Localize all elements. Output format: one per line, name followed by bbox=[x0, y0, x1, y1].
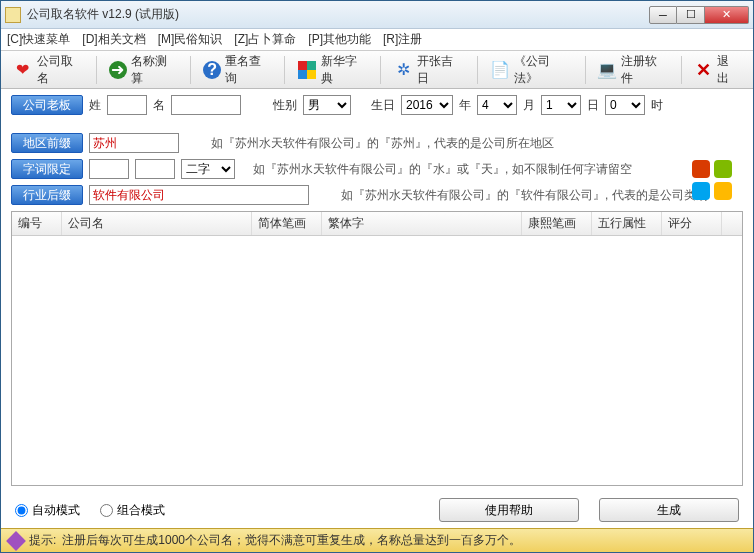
tb-name-calc[interactable]: ➜名称测算 bbox=[103, 51, 184, 89]
menubar: [C]快速菜单 [D]相关文档 [M]民俗知识 [Z]占卜算命 [P]其他功能 … bbox=[1, 29, 753, 51]
computer-icon: 💻 bbox=[597, 60, 617, 80]
region-button[interactable]: 地区前缀 bbox=[11, 133, 83, 153]
svg-rect-6 bbox=[692, 182, 710, 200]
tb-law[interactable]: 📄《公司法》 bbox=[484, 51, 579, 89]
menu-quick[interactable]: [C]快速菜单 bbox=[7, 31, 70, 48]
close-button[interactable]: ✕ bbox=[705, 6, 749, 24]
hour-select[interactable]: 0 bbox=[605, 95, 645, 115]
gender-label: 性别 bbox=[273, 97, 297, 114]
tb-exit[interactable]: ✕退出 bbox=[688, 51, 747, 89]
limit-select[interactable]: 二字 bbox=[181, 159, 235, 179]
svg-rect-5 bbox=[714, 160, 732, 178]
region-hint: 如『苏州水天软件有限公司』的『苏州』, 代表的是公司所在地区 bbox=[211, 135, 554, 152]
boss-button[interactable]: 公司老板 bbox=[11, 95, 83, 115]
menu-other[interactable]: [P]其他功能 bbox=[308, 31, 371, 48]
suffix-input[interactable] bbox=[89, 185, 309, 205]
surname-input[interactable] bbox=[107, 95, 147, 115]
given-input[interactable] bbox=[171, 95, 241, 115]
status-label: 提示: bbox=[29, 532, 56, 549]
mode-auto[interactable]: 自动模式 bbox=[15, 502, 80, 519]
svg-rect-0 bbox=[298, 61, 307, 70]
svg-rect-1 bbox=[307, 61, 316, 70]
star-icon: ✲ bbox=[393, 60, 413, 80]
diamond-icon bbox=[6, 531, 26, 551]
tb-dictionary[interactable]: 新华字典 bbox=[291, 51, 374, 89]
suffix-hint: 如『苏州水天软件有限公司』的『软件有限公司』, 代表的是公司类别 bbox=[341, 187, 708, 204]
titlebar: 公司取名软件 v12.9 (试用版) ─ ☐ ✕ bbox=[1, 1, 753, 29]
menu-register[interactable]: [R]注册 bbox=[383, 31, 422, 48]
window-title: 公司取名软件 v12.9 (试用版) bbox=[27, 6, 649, 23]
col-score[interactable]: 评分 bbox=[662, 212, 722, 235]
limit2-input[interactable] bbox=[135, 159, 175, 179]
result-table: 编号 公司名 简体笔画 繁体字 康熙笔画 五行属性 评分 bbox=[11, 211, 743, 486]
given-label: 名 bbox=[153, 97, 165, 114]
mode-combo[interactable]: 组合模式 bbox=[100, 502, 165, 519]
svg-rect-2 bbox=[298, 70, 307, 79]
tb-register[interactable]: 💻注册软件 bbox=[591, 51, 674, 89]
col-kangxi[interactable]: 康熙笔画 bbox=[522, 212, 592, 235]
gender-select[interactable]: 男 bbox=[303, 95, 351, 115]
table-body bbox=[12, 236, 742, 485]
question-icon: ? bbox=[203, 61, 221, 79]
office-icon bbox=[688, 156, 736, 204]
menu-divination[interactable]: [Z]占卜算命 bbox=[234, 31, 296, 48]
flag-icon bbox=[297, 60, 317, 80]
col-id[interactable]: 编号 bbox=[12, 212, 62, 235]
region-input[interactable] bbox=[89, 133, 179, 153]
x-icon: ✕ bbox=[694, 60, 714, 80]
col-simp[interactable]: 简体笔画 bbox=[252, 212, 322, 235]
day-select[interactable]: 1 bbox=[541, 95, 581, 115]
heart-icon: ❤ bbox=[13, 60, 33, 80]
svg-rect-4 bbox=[692, 160, 710, 178]
maximize-button[interactable]: ☐ bbox=[677, 6, 705, 24]
minimize-button[interactable]: ─ bbox=[649, 6, 677, 24]
toolbar: ❤公司取名 ➜名称测算 ?重名查询 新华字典 ✲开张吉日 📄《公司法》 💻注册软… bbox=[1, 51, 753, 89]
table-header: 编号 公司名 简体笔画 繁体字 康熙笔画 五行属性 评分 bbox=[12, 212, 742, 236]
tb-auspicious[interactable]: ✲开张吉日 bbox=[387, 51, 470, 89]
menu-folk[interactable]: [M]民俗知识 bbox=[158, 31, 223, 48]
help-button[interactable]: 使用帮助 bbox=[439, 498, 579, 522]
limit-button[interactable]: 字词限定 bbox=[11, 159, 83, 179]
col-wuxing[interactable]: 五行属性 bbox=[592, 212, 662, 235]
birth-label: 生日 bbox=[371, 97, 395, 114]
app-icon bbox=[5, 7, 21, 23]
status-text: 注册后每次可生成1000个公司名；觉得不满意可重复生成，名称总量达到一百多万个。 bbox=[62, 532, 521, 549]
col-name[interactable]: 公司名 bbox=[62, 212, 252, 235]
tb-company-name[interactable]: ❤公司取名 bbox=[7, 51, 90, 89]
status-bar: 提示: 注册后每次可生成1000个公司名；觉得不满意可重复生成，名称总量达到一百… bbox=[1, 528, 753, 552]
doc-icon: 📄 bbox=[490, 60, 510, 80]
col-trad[interactable]: 繁体字 bbox=[322, 212, 522, 235]
surname-label: 姓 bbox=[89, 97, 101, 114]
svg-rect-3 bbox=[307, 70, 316, 79]
generate-button[interactable]: 生成 bbox=[599, 498, 739, 522]
limit1-input[interactable] bbox=[89, 159, 129, 179]
month-select[interactable]: 4 bbox=[477, 95, 517, 115]
arrow-icon: ➜ bbox=[109, 61, 127, 79]
svg-rect-7 bbox=[714, 182, 732, 200]
year-select[interactable]: 2016 bbox=[401, 95, 453, 115]
limit-hint: 如『苏州水天软件有限公司』的『水』或『天』, 如不限制任何字请留空 bbox=[253, 161, 632, 178]
tb-dup-query[interactable]: ?重名查询 bbox=[197, 51, 278, 89]
menu-docs[interactable]: [D]相关文档 bbox=[82, 31, 145, 48]
suffix-button[interactable]: 行业后缀 bbox=[11, 185, 83, 205]
